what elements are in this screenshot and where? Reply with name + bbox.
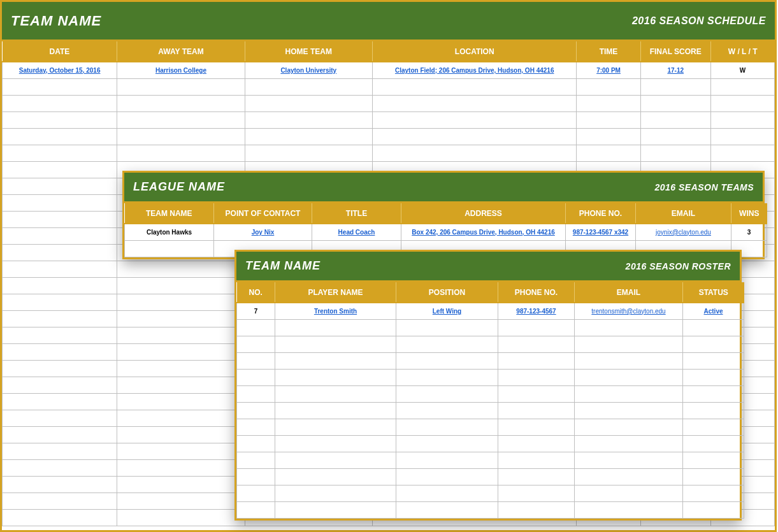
table-row[interactable]: 7Trenton SmithLeft Wing987-123-4567trent…: [237, 303, 744, 319]
table-cell[interactable]: 7: [237, 303, 275, 319]
table-cell[interactable]: [3, 343, 117, 360]
table-cell[interactable]: [498, 485, 575, 501]
table-cell[interactable]: [683, 352, 744, 369]
table-cell[interactable]: [498, 402, 575, 419]
table-cell[interactable]: [498, 336, 575, 352]
table-cell[interactable]: [3, 443, 117, 459]
table-cell[interactable]: [237, 468, 275, 485]
table-row[interactable]: Saturday, October 15, 2016Harrison Colle…: [3, 62, 775, 78]
table-cell[interactable]: [3, 459, 117, 476]
table-cell[interactable]: [498, 452, 575, 468]
table-cell[interactable]: Saturday, October 15, 2016: [3, 62, 117, 78]
table-cell[interactable]: [237, 385, 275, 402]
table-cell[interactable]: [3, 178, 117, 194]
table-cell[interactable]: [498, 501, 575, 518]
table-cell[interactable]: [117, 492, 245, 509]
table-cell[interactable]: 17-12: [640, 62, 710, 78]
table-cell[interactable]: [117, 111, 245, 128]
table-cell[interactable]: [683, 452, 744, 468]
table-cell[interactable]: [683, 435, 744, 452]
table-cell[interactable]: [117, 261, 245, 277]
table-cell[interactable]: [396, 402, 498, 419]
table-row[interactable]: [3, 145, 775, 161]
table-cell[interactable]: Active: [683, 303, 744, 319]
table-cell[interactable]: [396, 485, 498, 501]
table-cell[interactable]: Left Wing: [396, 303, 498, 319]
table-cell[interactable]: [498, 319, 575, 336]
table-cell[interactable]: [117, 393, 245, 410]
table-cell[interactable]: [117, 277, 245, 294]
table-cell[interactable]: Clayton Hawks: [125, 224, 214, 240]
table-cell[interactable]: [3, 211, 117, 227]
table-cell[interactable]: [683, 501, 744, 518]
table-row[interactable]: [237, 419, 744, 435]
table-cell[interactable]: [683, 485, 744, 501]
table-cell[interactable]: [3, 161, 117, 178]
table-row[interactable]: [237, 468, 744, 485]
table-cell[interactable]: [237, 452, 275, 468]
table-cell[interactable]: [575, 385, 683, 402]
table-cell[interactable]: [237, 501, 275, 518]
table-row[interactable]: [237, 369, 744, 385]
table-cell[interactable]: [117, 294, 245, 310]
table-cell[interactable]: [3, 327, 117, 343]
table-cell[interactable]: [396, 319, 498, 336]
table-cell[interactable]: [3, 294, 117, 310]
table-cell[interactable]: [245, 128, 372, 145]
table-cell[interactable]: 987-123-4567 x342: [566, 224, 636, 240]
table-cell[interactable]: [237, 319, 275, 336]
table-cell[interactable]: [117, 128, 245, 145]
table-cell[interactable]: [372, 128, 577, 145]
table-cell[interactable]: [3, 244, 117, 261]
table-cell[interactable]: [3, 360, 117, 377]
table-cell[interactable]: [577, 78, 640, 95]
table-cell[interactable]: [117, 476, 245, 492]
table-cell[interactable]: [125, 240, 214, 257]
table-cell[interactable]: [245, 95, 372, 111]
table-row[interactable]: Clayton HawksJoy NixHead CoachBox 242, 2…: [125, 224, 767, 240]
table-cell[interactable]: [710, 78, 774, 95]
table-cell[interactable]: [575, 352, 683, 369]
table-cell[interactable]: [710, 111, 774, 128]
table-cell[interactable]: [575, 369, 683, 385]
table-cell[interactable]: [117, 343, 245, 360]
table-cell[interactable]: [577, 111, 640, 128]
table-cell[interactable]: [245, 78, 372, 95]
table-cell[interactable]: [640, 111, 710, 128]
table-cell[interactable]: [575, 501, 683, 518]
table-cell[interactable]: [275, 501, 396, 518]
table-cell[interactable]: [396, 435, 498, 452]
table-cell[interactable]: [575, 402, 683, 419]
table-cell[interactable]: [498, 435, 575, 452]
table-cell[interactable]: [683, 419, 744, 435]
table-cell[interactable]: [3, 111, 117, 128]
table-cell[interactable]: [575, 336, 683, 352]
table-row[interactable]: [3, 78, 775, 95]
table-cell[interactable]: [710, 128, 774, 145]
table-cell[interactable]: [275, 385, 396, 402]
table-cell[interactable]: Head Coach: [312, 224, 401, 240]
table-cell[interactable]: [683, 319, 744, 336]
table-cell[interactable]: [237, 369, 275, 385]
table-cell[interactable]: [237, 435, 275, 452]
table-cell[interactable]: [117, 310, 245, 327]
table-cell[interactable]: [498, 385, 575, 402]
table-cell[interactable]: [275, 402, 396, 419]
table-row[interactable]: [237, 385, 744, 402]
table-cell[interactable]: 987-123-4567: [498, 303, 575, 319]
table-cell[interactable]: [3, 393, 117, 410]
table-cell[interactable]: [275, 485, 396, 501]
table-cell[interactable]: [3, 509, 117, 526]
table-cell[interactable]: [498, 468, 575, 485]
table-cell[interactable]: [245, 111, 372, 128]
table-cell[interactable]: Joy Nix: [214, 224, 312, 240]
table-cell[interactable]: [3, 492, 117, 509]
table-cell[interactable]: [577, 95, 640, 111]
table-row[interactable]: [3, 128, 775, 145]
table-row[interactable]: [237, 352, 744, 369]
table-cell[interactable]: [575, 468, 683, 485]
table-cell[interactable]: [275, 369, 396, 385]
table-cell[interactable]: [396, 452, 498, 468]
table-cell[interactable]: [117, 443, 245, 459]
table-cell[interactable]: [498, 352, 575, 369]
